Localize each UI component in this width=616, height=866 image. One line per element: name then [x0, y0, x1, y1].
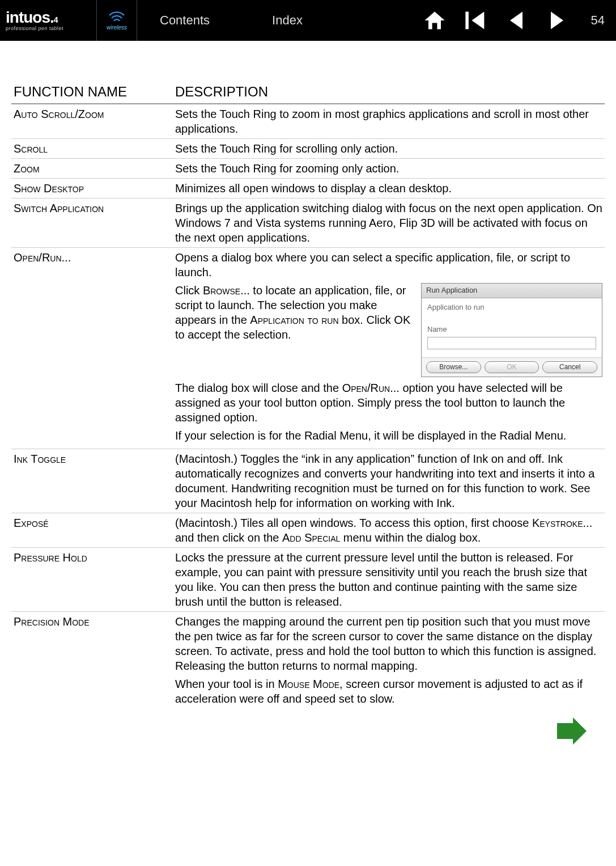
continue-arrow[interactable]	[11, 712, 605, 745]
fn-desc: Sets the Touch Ring for zooming only act…	[173, 159, 605, 179]
openrun-radial: If your selection is for the Radial Menu…	[175, 428, 602, 443]
svg-rect-0	[465, 12, 469, 29]
openrun-intro: Opens a dialog box where you can select …	[175, 250, 602, 280]
function-table: FUNCTION NAME DESCRIPTION Auto Scroll/Zo…	[11, 81, 605, 712]
fn-desc: (Macintosh.) Tiles all open windows. To …	[173, 513, 605, 548]
fn-desc: Opens a dialog box where you can select …	[173, 248, 605, 449]
fn-name: Precision Mode	[11, 612, 173, 712]
fn-name: Open/Run...	[11, 248, 173, 449]
precision-p2: When your tool is in Mouse Mode, screen …	[175, 677, 602, 706]
openrun-text: Click Browse... to locate an application…	[175, 283, 415, 377]
logo: intuos.4 professional pen tablet	[0, 0, 96, 41]
precision-p1: Changes the mapping around the current p…	[175, 614, 602, 673]
browse-button[interactable]: Browse...	[426, 361, 481, 374]
fn-name: Pressure Hold	[11, 548, 173, 612]
logo-subtitle: professional pen tablet	[6, 26, 96, 31]
wireless-badge: wireless	[96, 0, 137, 41]
table-row: Zoom Sets the Touch Ring for zooming onl…	[11, 159, 605, 179]
page-content: FUNCTION NAME DESCRIPTION Auto Scroll/Zo…	[0, 41, 616, 756]
run-application-dialog: Run Application Application to run Name …	[421, 283, 602, 377]
fn-name: Exposé	[11, 513, 173, 548]
fn-name: Scroll	[11, 139, 173, 159]
table-row: Auto Scroll/Zoom Sets the Touch Ring to …	[11, 104, 605, 139]
table-row: Switch Application Brings up the applica…	[11, 198, 605, 248]
col-function-name: FUNCTION NAME	[11, 81, 173, 104]
fn-desc: Locks the pressure at the current pressu…	[173, 548, 605, 612]
fn-desc: Minimizes all open windows to display a …	[173, 179, 605, 198]
home-icon[interactable]	[422, 8, 447, 33]
table-row: Ink Toggle (Macintosh.) Toggles the “ink…	[11, 449, 605, 513]
fn-name: Zoom	[11, 159, 173, 179]
cancel-button[interactable]: Cancel	[542, 361, 597, 374]
fn-name: Ink Toggle	[11, 449, 173, 513]
link-contents[interactable]: Contents	[160, 13, 210, 28]
table-row: Pressure Hold Locks the pressure at the …	[11, 548, 605, 612]
openrun-after: The dialog box will close and the Open/R…	[175, 381, 602, 425]
table-row: Open/Run... Opens a dialog box where you…	[11, 248, 605, 449]
fn-desc: Sets the Touch Ring to zoom in most grap…	[173, 104, 605, 139]
prev-page-icon[interactable]	[504, 8, 529, 33]
wifi-icon	[108, 11, 125, 23]
link-index[interactable]: Index	[272, 13, 303, 28]
col-description: DESCRIPTION	[173, 81, 605, 104]
fn-desc: Changes the mapping around the current p…	[173, 612, 605, 712]
wireless-label: wireless	[107, 24, 127, 31]
top-header: intuos.4 professional pen tablet wireles…	[0, 0, 616, 41]
dialog-title: Run Application	[422, 284, 602, 298]
dialog-label-app: Application to run	[427, 303, 596, 312]
nav-icons: 54	[422, 0, 605, 41]
next-page-icon[interactable]	[545, 8, 570, 33]
fn-desc: Brings up the application switching dial…	[173, 198, 605, 248]
page-number-top: 54	[591, 13, 605, 28]
first-page-icon[interactable]	[463, 8, 488, 33]
fn-desc: Sets the Touch Ring for scrolling only a…	[173, 139, 605, 159]
fn-name: Auto Scroll/Zoom	[11, 104, 173, 139]
table-row: Scroll Sets the Touch Ring for scrolling…	[11, 139, 605, 159]
logo-text: intuos.	[6, 9, 54, 26]
dialog-label-name: Name	[427, 325, 596, 335]
fn-name: Switch Application	[11, 198, 173, 248]
table-row: Exposé (Macintosh.) Tiles all open windo…	[11, 513, 605, 548]
nav-links: Contents Index	[137, 13, 303, 28]
table-row: Precision Mode Changes the mapping aroun…	[11, 612, 605, 712]
fn-desc: (Macintosh.) Toggles the “ink in any app…	[173, 449, 605, 513]
fn-name: Show Desktop	[11, 179, 173, 198]
dialog-name-field[interactable]	[427, 337, 596, 349]
logo-suffix: 4	[54, 15, 58, 24]
table-row: Show Desktop Minimizes all open windows …	[11, 179, 605, 198]
ok-button[interactable]: OK	[485, 361, 539, 374]
